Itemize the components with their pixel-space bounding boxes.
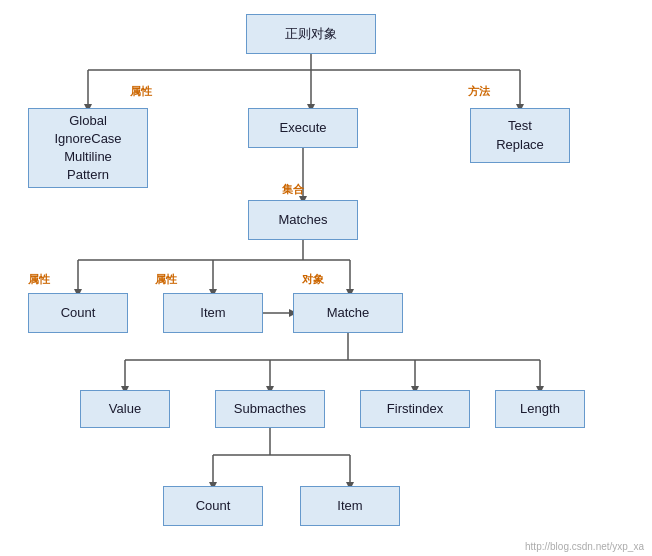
node-item-bot-label: Item — [337, 497, 362, 515]
node-root: 正则对象 — [246, 14, 376, 54]
diagram: 正则对象 Global IgnoreCase Multiline Pattern… — [0, 0, 652, 556]
node-global-label: Global IgnoreCase Multiline Pattern — [54, 112, 121, 185]
node-value-label: Value — [109, 400, 141, 418]
label-attr1-text: 属性 — [130, 85, 152, 97]
connector-lines — [0, 0, 652, 556]
label-attr3-text: 属性 — [155, 273, 177, 285]
watermark-text: http://blog.csdn.net/yxp_xa — [525, 541, 644, 552]
label-attr1: 属性 — [130, 84, 152, 99]
label-set1: 集合 — [282, 182, 304, 197]
node-test-replace: Test Replace — [470, 108, 570, 163]
node-matches-label: Matches — [278, 211, 327, 229]
node-item-bot: Item — [300, 486, 400, 526]
node-execute-label: Execute — [280, 119, 327, 137]
label-attr2-text: 属性 — [28, 273, 50, 285]
node-count-top: Count — [28, 293, 128, 333]
node-global: Global IgnoreCase Multiline Pattern — [28, 108, 148, 188]
watermark: http://blog.csdn.net/yxp_xa — [525, 541, 644, 552]
node-value: Value — [80, 390, 170, 428]
node-matche-label: Matche — [327, 304, 370, 322]
label-attr3: 属性 — [155, 272, 177, 287]
node-item-top-label: Item — [200, 304, 225, 322]
node-firstindex: Firstindex — [360, 390, 470, 428]
node-submacthes-label: Submacthes — [234, 400, 306, 418]
node-count-bot: Count — [163, 486, 263, 526]
node-length: Length — [495, 390, 585, 428]
node-test-replace-label: Test Replace — [496, 117, 544, 153]
label-set1-text: 集合 — [282, 183, 304, 195]
node-length-label: Length — [520, 400, 560, 418]
node-item-top: Item — [163, 293, 263, 333]
node-matche: Matche — [293, 293, 403, 333]
node-count-top-label: Count — [61, 304, 96, 322]
label-method1-text: 方法 — [468, 85, 490, 97]
label-attr2: 属性 — [28, 272, 50, 287]
node-root-label: 正则对象 — [285, 25, 337, 43]
node-matches: Matches — [248, 200, 358, 240]
label-obj1-text: 对象 — [302, 273, 324, 285]
label-method1: 方法 — [468, 84, 490, 99]
node-execute: Execute — [248, 108, 358, 148]
node-firstindex-label: Firstindex — [387, 400, 443, 418]
node-count-bot-label: Count — [196, 497, 231, 515]
node-submacthes: Submacthes — [215, 390, 325, 428]
label-obj1: 对象 — [302, 272, 324, 287]
